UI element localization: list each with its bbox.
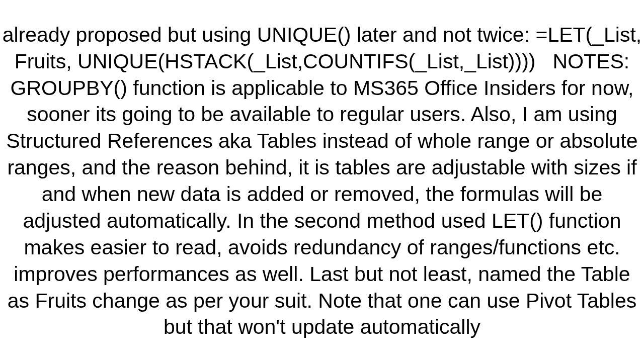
body-text: already proposed but using UNIQUE() late… bbox=[0, 22, 644, 341]
document-page: already proposed but using UNIQUE() late… bbox=[0, 0, 644, 362]
